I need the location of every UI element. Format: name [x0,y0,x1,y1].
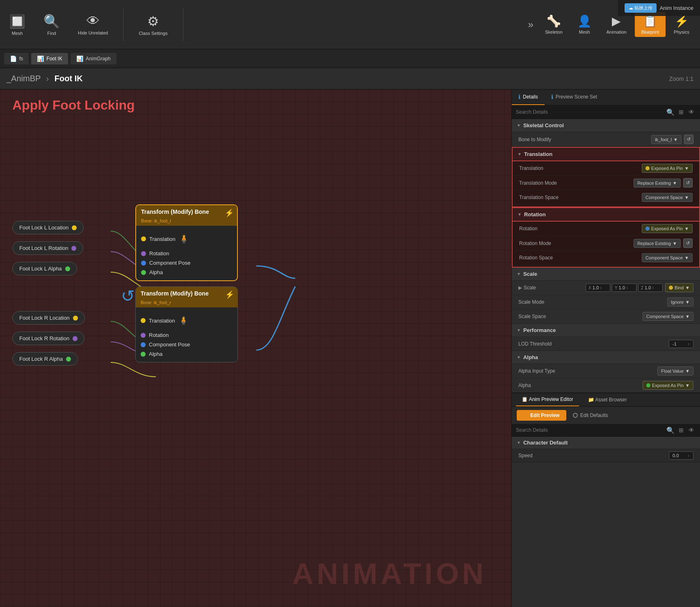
alpha-section[interactable]: ▼ Alpha [512,351,700,364]
eye-icon-btn[interactable]: 👁 [687,108,696,116]
scale-tri: ▼ [517,272,521,276]
transform-node-r[interactable]: Transform (Modify) Bone ⚡ Bone: ik_foot_… [135,286,238,362]
bottom-search-bar: 🔍 ⊞ 👁 [512,424,700,437]
translation-space-dropdown[interactable]: Component Space ▼ [642,193,693,202]
bone-dropdown[interactable]: ik_foot_l ▼ [651,135,682,144]
details-tab[interactable]: ℹ Details [512,89,545,105]
performance-section[interactable]: ▼ Performance [512,324,700,337]
scale-y-input[interactable]: Y 1.0 ↕ [612,284,636,292]
translation-space-row: Translation Space Component Space ▼ [513,190,699,205]
lod-input[interactable]: -1 ↕ [669,340,693,348]
edit-defaults-radio[interactable]: Edit Defaults [573,412,608,418]
pin-l-translation [141,236,146,241]
rotation-mode-row: Rotation Mode Replace Existing ▼ ↺ [513,236,699,251]
pin-fr-rot [73,336,78,341]
bone-to-modify-value: ik_foot_l ▼ ↺ [584,135,693,144]
human-icon-l: 🧍 [179,231,189,247]
scale-space-row: Scale Space Component Space ▼ [512,309,700,324]
node-r-pin-translation: Translation 🧍 [136,311,237,330]
translation-space-value: Component Space ▼ [585,193,693,202]
bottom-grid-icon[interactable]: ⊞ [677,426,685,434]
rotation-space-value: Component Space ▼ [585,253,693,262]
asset-browser-tab[interactable]: 📁 Asset Browser [582,394,633,406]
alpha-tri: ▼ [517,355,521,360]
rotation-mode-dropdown[interactable]: Replace Existing ▼ [634,239,681,248]
scale-x-input[interactable]: X 1.0 ↕ [586,284,610,292]
input-node-fl-alpha: Foot Lock L Alpha [12,262,77,275]
class-settings-button[interactable]: ⚙ Class Settings [134,11,172,38]
rotation-exposed-pin-btn[interactable]: Exposed As Pin ▼ [642,224,693,233]
node-r-pin-alpha: Alpha [136,349,237,359]
pin-fl-loc [72,225,77,230]
alpha-exposed-arrow: ▼ [685,383,690,388]
translation-section[interactable]: ▼ Translation [512,147,700,161]
translation-mode-dropdown[interactable]: Replace Existing ▼ [634,179,681,188]
node-r-header: Transform (Modify) Bone ⚡ [136,287,237,300]
preview-scene-tab[interactable]: ℹ Preview Scene Set [545,89,604,105]
grid-icon-btn[interactable]: ⊞ [677,108,685,116]
skeletal-tri: ▼ [517,123,521,128]
transform-node-l[interactable]: Transform (Modify) Bone ⚡ Bone: ik_foot_… [135,204,238,281]
translation-highlighted-content: Translation Exposed As Pin ▼ Translation… [512,161,700,207]
rotation-tri: ▼ [518,212,522,217]
node-r-pin-rotation: Rotation [136,330,237,340]
edit-preview-dot [523,413,527,417]
skeletal-control-section[interactable]: ▼ Skeletal Control [512,119,700,132]
rotation-space-row: Rotation Space Component Space ▼ [513,251,699,265]
rot-space-arrow: ▼ [684,255,689,260]
input-node-fr-rot: Foot Lock R Rotation [12,332,84,345]
bone-reset-btn[interactable]: ↺ [684,135,693,144]
mesh-nav-icon: 👤 [577,14,592,28]
tab-fs[interactable]: 📄 fs [4,53,29,64]
bottom-search-input[interactable] [516,427,664,433]
anim-preview-tab[interactable]: 📋 Anim Preview Editor [516,393,579,406]
bottom-eye-icon[interactable]: 👁 [687,426,696,434]
skeleton-nav-button[interactable]: 🦴 Skeleton [538,12,569,37]
character-default-section[interactable]: ▼ Character Default [512,437,700,449]
cloud-upload-btn[interactable]: ☁ 拓挟上传 [625,3,657,13]
mesh-button[interactable]: 🔲 Mesh [4,11,30,38]
scale-label: ▶ Scale [518,285,584,291]
perf-tri: ▼ [517,328,521,332]
hide-unrelated-button[interactable]: 👁 Hide Unrelated [73,11,113,38]
scale-section[interactable]: ▼ Scale [512,268,700,281]
edit-mode-row: Edit Preview Edit Defaults [512,407,700,424]
lod-threshold-value: -1 ↕ [584,340,693,348]
rotation-space-dropdown[interactable]: Component Space ▼ [642,253,693,262]
rotation-section[interactable]: ▼ Rotation [512,207,700,222]
translation-mode-reset[interactable]: ↺ [683,178,693,188]
tab-foot-ik[interactable]: 📊 Foot IK [31,53,68,64]
alpha-exposed-pin-btn[interactable]: Exposed As Pin ▼ [643,381,693,390]
breadcrumb: _AnimBP › Foot IK [7,74,83,83]
panel-content: ▼ Skeletal Control Bone to Modify ik_foo… [512,119,700,607]
pin-l-rotation [141,251,146,256]
mesh-nav-button[interactable]: 👤 Mesh [571,12,598,37]
rotation-mode-label: Rotation Mode [519,241,585,246]
arrow-button[interactable]: » [525,17,537,32]
physics-icon: ⚡ [675,14,689,28]
pin-r-alpha [141,352,146,357]
details-search-input[interactable] [516,109,664,115]
find-button[interactable]: 🔍 Find [39,11,65,38]
translation-mode-label: Translation Mode [519,180,585,186]
speed-input[interactable]: 0.0 ↕ [669,451,693,460]
translation-exposed-pin-btn[interactable]: Exposed As Pin ▼ [642,164,693,173]
canvas-watermark: ANIMATION [292,557,487,591]
tab-anim-graph[interactable]: 📊 AnimGraph [71,53,116,64]
toolbar-separator-1 [123,8,123,41]
rotation-label: Rotation [519,226,585,231]
alpha-input-type-dropdown[interactable]: Float Value ▼ [657,366,693,376]
node-l-body: Translation 🧍 Rotation Component Pose Al… [136,226,237,280]
scale-space-dropdown[interactable]: Component Space ▼ [643,312,693,321]
scale-mode-dropdown[interactable]: Ignore ▼ [667,298,693,307]
pin-r-rotation [141,333,146,338]
translation-mode-row: Translation Mode Replace Existing ▼ ↺ [513,176,699,190]
edit-preview-btn[interactable]: Edit Preview [517,410,566,421]
alpha-input-type-value: Float Value ▼ [584,366,693,376]
rotation-mode-reset[interactable]: ↺ [683,238,693,248]
scale-expand-icon[interactable]: ▶ [518,285,522,291]
rotation-highlighted-content: Rotation Exposed As Pin ▼ Rotation Mode … [512,222,700,268]
toolbar: 🔲 Mesh 🔍 Find 👁 Hide Unrelated ⚙ Class S… [0,0,700,49]
scale-bind-btn[interactable]: Bind ▼ [665,283,693,292]
scale-z-input[interactable]: Z 1.0 ↕ [638,284,663,292]
